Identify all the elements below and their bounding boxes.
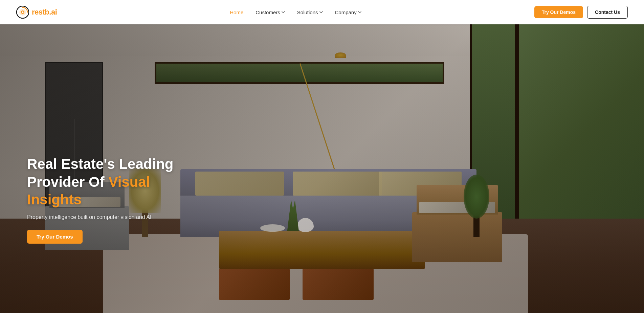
company-link[interactable]: Company xyxy=(330,7,366,18)
try-demos-button[interactable]: Try Our Demos xyxy=(534,6,583,18)
navbar: restb.ai Home Customers Solutions xyxy=(0,0,644,24)
nav-solutions[interactable]: Solutions xyxy=(292,7,328,18)
logo[interactable]: restb.ai xyxy=(16,6,57,19)
hero-subtitle: Property intelligence built on computer … xyxy=(27,214,203,220)
logo-icon xyxy=(16,6,29,19)
hero-title: Real Estate's Leading Provider Of Visual… xyxy=(27,155,203,209)
nav-company[interactable]: Company xyxy=(330,7,366,18)
logo-text: restb.ai xyxy=(32,8,57,17)
chevron-down-icon-solutions xyxy=(319,10,323,14)
customers-link[interactable]: Customers xyxy=(251,7,290,18)
hero-cta-button[interactable]: Try Our Demos xyxy=(27,230,83,244)
nav-actions: Try Our Demos Contact Us xyxy=(534,6,628,19)
chevron-down-icon-company xyxy=(358,10,361,14)
contact-us-button[interactable]: Contact Us xyxy=(587,6,628,19)
chevron-down-icon xyxy=(282,10,285,14)
nav-links: Home Customers Solutions Company xyxy=(225,7,366,18)
home-link[interactable]: Home xyxy=(225,7,248,18)
svg-point-3 xyxy=(22,12,24,13)
hero-section: Real Estate's Leading Provider Of Visual… xyxy=(0,24,644,313)
nav-home[interactable]: Home xyxy=(225,7,248,18)
hero-content: Real Estate's Leading Provider Of Visual… xyxy=(0,155,230,244)
solutions-link[interactable]: Solutions xyxy=(292,7,328,18)
nav-customers[interactable]: Customers xyxy=(251,7,290,18)
